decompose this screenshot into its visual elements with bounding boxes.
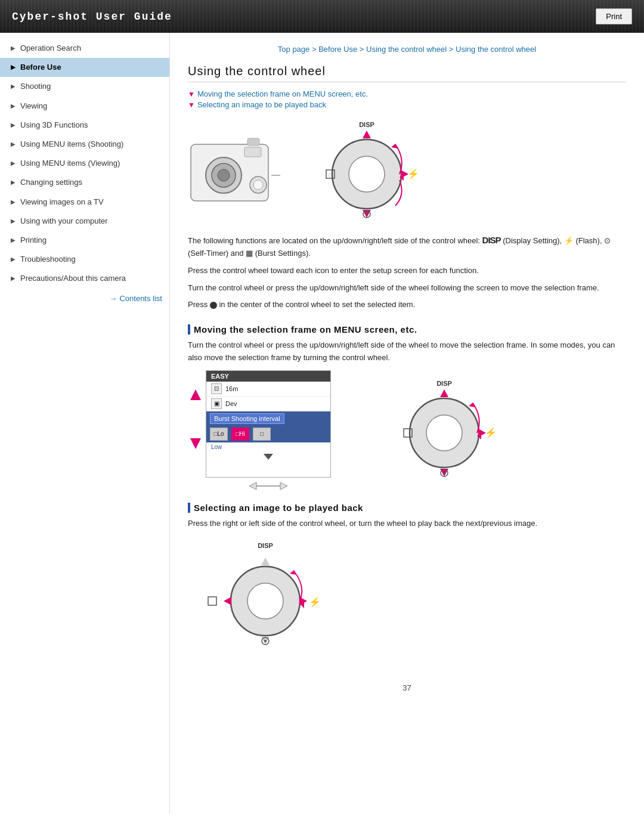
sidebar-item-menu-viewing[interactable]: ▶ Using MENU items (Viewing)	[0, 154, 169, 173]
svg-text:⚡: ⚡	[407, 168, 419, 179]
section-links: ▼ Moving the selection frame on MENU scr…	[188, 89, 626, 109]
vertical-arrows	[189, 388, 202, 450]
svg-point-30	[426, 415, 462, 451]
triangle-icon: ▼	[188, 90, 195, 98]
sidebar-item-viewing[interactable]: ▶ Viewing	[0, 97, 169, 116]
breadcrumb-sep3: >	[449, 45, 456, 54]
sidebar-item-viewing-tv[interactable]: ▶ Viewing images on a TV	[0, 193, 169, 212]
main-content: Top page > Before Use > Using the contro…	[170, 33, 644, 814]
arrow-icon: ▶	[11, 102, 16, 110]
page-title: Using the control wheel	[188, 64, 626, 82]
arrow-icon: ▶	[11, 63, 16, 72]
svg-marker-31	[440, 389, 448, 397]
breadcrumb-sep2: >	[360, 45, 366, 54]
sidebar-item-label: Precautions/About this camera	[20, 273, 126, 284]
section-link-2-label[interactable]: Selecting an image to be played back	[197, 100, 326, 109]
arrow-up-icon	[189, 388, 202, 401]
section-link-1[interactable]: ▼ Moving the selection frame on MENU scr…	[188, 89, 626, 98]
svg-marker-27	[280, 482, 287, 490]
control-wheel-diagram-1: DISP □ ⚡	[307, 117, 426, 225]
arrow-icon: ▶	[11, 255, 16, 264]
diagram-row-1: DISP □ ⚡	[188, 117, 626, 225]
svg-text:□: □	[329, 172, 332, 178]
svg-marker-24	[264, 454, 273, 460]
sidebar-item-label: Using MENU items (Viewing)	[20, 158, 120, 169]
svg-point-37	[443, 472, 445, 474]
sidebar-item-label: Viewing	[20, 101, 47, 112]
svg-point-42	[247, 583, 283, 619]
svg-text:⚡: ⚡	[485, 427, 497, 438]
arrow-icon: ▶	[11, 274, 16, 283]
breadcrumb-control-wheel[interactable]: Using the control wheel	[366, 45, 447, 54]
svg-point-7	[253, 180, 263, 190]
section-link-1-label[interactable]: Moving the selection frame on MENU scree…	[197, 89, 368, 98]
sidebar-item-label: Viewing images on a TV	[20, 197, 104, 208]
menu-box: EASY ⊡ 16m ▣ Dev Burst Shooting interval	[206, 370, 331, 478]
sidebar: ▶ Operation Search ▶ Before Use ▶ Shooti…	[0, 33, 170, 814]
breadcrumb-before-use[interactable]: Before Use	[318, 45, 357, 54]
section-2-heading-text: Selecting an image to be played back	[194, 503, 363, 513]
triangle-icon: ▼	[188, 101, 195, 109]
main-layout: ▶ Operation Search ▶ Before Use ▶ Shooti…	[0, 33, 644, 814]
menu-screenshot-wrap: EASY ⊡ 16m ▣ Dev Burst Shooting interval	[188, 370, 355, 490]
sidebar-item-label: Before Use	[20, 62, 61, 73]
menu-icon-1: ⊡	[211, 383, 222, 394]
circle-dot-icon	[210, 302, 217, 309]
arrow-icon: ▶	[11, 198, 16, 206]
wheel-svg-3: DISP ⚡	[206, 538, 325, 658]
wheel-svg-2: DISP ⚡	[385, 376, 504, 484]
page-number: 37	[188, 671, 626, 698]
svg-point-3	[218, 169, 230, 181]
svg-point-19	[366, 213, 368, 215]
sidebar-item-label: Using 3D Functions	[20, 120, 88, 131]
section-link-2[interactable]: ▼ Selecting an image to be played back	[188, 100, 626, 109]
menu-option-hi: □Hi	[231, 428, 249, 441]
menu-label-dev: Dev	[225, 400, 237, 407]
arrow-down-icon	[189, 437, 202, 450]
svg-point-50	[264, 640, 267, 642]
svg-marker-23	[190, 438, 201, 449]
body-paragraph-2: Press the control wheel toward each icon…	[188, 265, 626, 277]
sidebar-item-computer[interactable]: ▶ Using with your computer	[0, 212, 169, 231]
arrow-icon: ▶	[11, 236, 16, 244]
sidebar-item-3d-functions[interactable]: ▶ Using 3D Functions	[0, 116, 169, 135]
arrow-icon: ▶	[11, 140, 16, 148]
menu-row-1: ⊡ 16m	[206, 382, 330, 397]
breadcrumb-top[interactable]: Top page	[278, 45, 310, 54]
horizontal-arrows-icon	[244, 480, 292, 492]
menu-label-1: 16m	[225, 385, 238, 392]
svg-marker-25	[249, 482, 256, 490]
header: Cyber-shot User Guide Print	[0, 0, 644, 33]
svg-text:DISP: DISP	[436, 380, 452, 387]
horizontal-arrow-wrap	[206, 480, 331, 492]
arrow-icon: ▶	[11, 121, 16, 129]
svg-marker-22	[190, 389, 201, 400]
wheel-svg-1: DISP □ ⚡	[307, 117, 426, 225]
breadcrumb-sep: >	[312, 45, 318, 54]
sidebar-item-shooting[interactable]: ▶ Shooting	[0, 77, 169, 96]
menu-row-dev: ▣ Dev	[206, 397, 330, 411]
sidebar-item-before-use[interactable]: ▶ Before Use	[0, 58, 169, 77]
sidebar-item-printing[interactable]: ▶ Printing	[0, 231, 169, 250]
disp-label: DISP	[482, 235, 501, 245]
contents-list-link[interactable]: Contents list	[11, 294, 162, 303]
arrow-icon: ▶	[11, 44, 16, 52]
sidebar-item-operation-search[interactable]: ▶ Operation Search	[0, 39, 169, 58]
menu-icon-dev: ▣	[211, 398, 222, 409]
body-paragraph-4: Press in the center of the control wheel…	[188, 299, 626, 311]
section-1-heading-text: Moving the selection frame on MENU scree…	[194, 324, 417, 335]
arrow-icon: ▶	[11, 82, 16, 91]
menu-header-easy: EASY	[206, 371, 330, 382]
svg-marker-45	[261, 558, 270, 565]
menu-burst-label: Burst Shooting interval	[210, 413, 284, 424]
sidebar-item-label: Using with your computer	[20, 216, 108, 227]
body-paragraph-1: The following functions are located on t…	[188, 233, 626, 260]
section-2-body: Press the right or left side of the cont…	[188, 518, 626, 530]
menu-burst-row: Burst Shooting interval	[206, 411, 330, 426]
sidebar-item-precautions[interactable]: ▶ Precautions/About this camera	[0, 269, 169, 288]
sidebar-item-troubleshooting[interactable]: ▶ Troubleshooting	[0, 250, 169, 269]
print-button[interactable]: Print	[596, 8, 632, 24]
sidebar-item-changing-settings[interactable]: ▶ Changing settings	[0, 173, 169, 192]
menu-burst-options: □Lo □Hi □	[206, 426, 330, 442]
sidebar-item-menu-shooting[interactable]: ▶ Using MENU items (Shooting)	[0, 135, 169, 154]
